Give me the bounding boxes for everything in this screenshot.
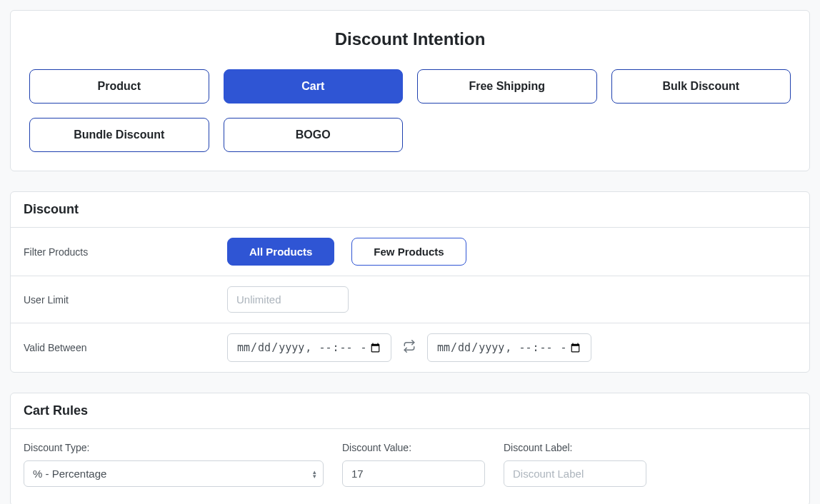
user-limit-row: User Limit <box>11 276 809 323</box>
discount-title: Discount <box>11 192 809 227</box>
intention-bundle-discount[interactable]: Bundle Discount <box>29 118 209 152</box>
discount-card: Discount Filter Products All Products Fe… <box>10 191 810 373</box>
discount-type-label: Discount Type: <box>24 442 324 453</box>
cart-rules-card: Cart Rules Discount Type: % - Percentage… <box>10 393 810 504</box>
user-limit-label: User Limit <box>24 294 227 306</box>
intention-product[interactable]: Product <box>29 69 209 104</box>
discount-intention-card: Discount Intention Product Cart Free Shi… <box>10 10 810 171</box>
filter-products-label: Filter Products <box>24 246 227 258</box>
discount-value-input[interactable] <box>342 460 485 487</box>
intention-free-shipping[interactable]: Free Shipping <box>417 69 597 104</box>
discount-label-label: Discount Label: <box>504 442 646 453</box>
intention-cart[interactable]: Cart <box>224 69 404 104</box>
discount-label-input[interactable] <box>504 460 646 487</box>
discount-value-field: Discount Value: <box>342 442 485 487</box>
intention-title: Discount Intention <box>29 29 791 49</box>
discount-type-select[interactable]: % - Percentage <box>24 460 324 487</box>
intention-bogo[interactable]: BOGO <box>224 118 404 152</box>
filter-few-products[interactable]: Few Products <box>351 238 466 266</box>
filter-all-products[interactable]: All Products <box>227 238 334 266</box>
intention-bulk-discount[interactable]: Bulk Discount <box>611 69 791 104</box>
swap-icon <box>403 340 416 356</box>
rules-title: Cart Rules <box>11 393 809 428</box>
valid-to-input[interactable] <box>427 333 591 362</box>
valid-between-row: Valid Between <box>11 323 809 372</box>
discount-value-label: Discount Value: <box>342 442 485 453</box>
intention-options: Product Cart Free Shipping Bulk Discount… <box>29 69 791 152</box>
valid-from-input[interactable] <box>227 333 391 362</box>
discount-label-field: Discount Label: <box>504 442 646 487</box>
filter-products-row: Filter Products All Products Few Product… <box>11 227 809 276</box>
valid-between-label: Valid Between <box>24 342 227 353</box>
discount-type-field: Discount Type: % - Percentage ▴▾ <box>24 442 324 487</box>
user-limit-input[interactable] <box>227 286 349 313</box>
